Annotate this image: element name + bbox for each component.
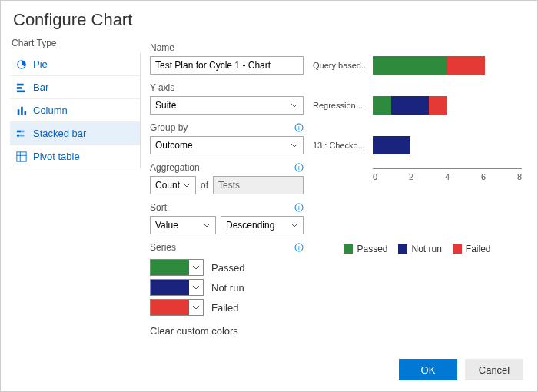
svg-text:i: i bbox=[298, 244, 300, 251]
pivot-table-icon bbox=[16, 151, 27, 162]
series-color-picker[interactable] bbox=[150, 299, 204, 316]
chart-legend: PassedNot runFailed bbox=[313, 244, 522, 254]
chevron-down-icon bbox=[189, 260, 203, 275]
chart-type-list: Pie Bar Column Stacked bar bbox=[10, 53, 141, 168]
sort-direction-value: Descending bbox=[226, 220, 274, 231]
info-icon[interactable]: i bbox=[294, 123, 304, 132]
chart-type-column[interactable]: Column bbox=[10, 99, 140, 122]
chart-type-bar[interactable]: Bar bbox=[10, 76, 140, 99]
info-icon[interactable]: i bbox=[294, 163, 304, 172]
ok-button[interactable]: OK bbox=[399, 359, 457, 380]
aggregation-target: Tests bbox=[213, 176, 304, 194]
yaxis-select[interactable]: Suite bbox=[150, 96, 304, 115]
clear-custom-colors-link[interactable]: Clear custom colors bbox=[150, 325, 304, 337]
chevron-down-icon bbox=[183, 181, 191, 189]
legend-item: Not run bbox=[398, 244, 441, 254]
stacked-bar-icon bbox=[16, 128, 27, 139]
yaxis-label: Y-axis bbox=[150, 82, 304, 93]
svg-rect-4 bbox=[18, 109, 20, 115]
series-label: Series bbox=[150, 242, 176, 253]
axis-tick: 8 bbox=[517, 172, 522, 181]
color-swatch bbox=[151, 260, 189, 275]
yaxis-value: Suite bbox=[155, 100, 176, 111]
legend-item: Passed bbox=[344, 244, 387, 254]
aggregation-select[interactable]: Count bbox=[150, 176, 196, 194]
chevron-down-icon bbox=[189, 280, 203, 295]
chart-type-pie[interactable]: Pie bbox=[10, 53, 140, 76]
svg-rect-2 bbox=[17, 87, 22, 89]
chevron-down-icon bbox=[291, 101, 298, 109]
chart-type-label-text: Column bbox=[33, 105, 68, 116]
chart-bar-row: Regression ... bbox=[313, 85, 522, 125]
chevron-down-icon bbox=[189, 300, 203, 315]
legend-swatch bbox=[344, 244, 353, 254]
sort-column-select[interactable]: Value bbox=[150, 216, 216, 234]
series-row: Failed bbox=[150, 299, 304, 316]
legend-label: Not run bbox=[411, 244, 441, 254]
svg-text:i: i bbox=[298, 204, 300, 211]
x-axis: 02468 bbox=[373, 168, 522, 214]
svg-rect-6 bbox=[25, 111, 27, 114]
cancel-button[interactable]: Cancel bbox=[465, 359, 523, 380]
axis-tick: 6 bbox=[481, 172, 486, 181]
sort-direction-select[interactable]: Descending bbox=[221, 216, 304, 234]
name-label: Name bbox=[150, 42, 304, 53]
svg-rect-5 bbox=[21, 106, 23, 115]
color-swatch bbox=[151, 280, 189, 295]
chart-type-stacked-bar[interactable]: Stacked bar bbox=[10, 122, 140, 145]
svg-rect-11 bbox=[17, 151, 26, 161]
bar-segment bbox=[373, 136, 410, 154]
legend-label: Passed bbox=[357, 244, 387, 254]
series-color-picker[interactable] bbox=[150, 259, 204, 276]
sort-column-value: Value bbox=[155, 220, 178, 231]
series-row: Not run bbox=[150, 279, 304, 296]
chart-bar-row: 13 : Checko... bbox=[313, 125, 522, 165]
axis-tick: 4 bbox=[445, 172, 450, 181]
sort-label: Sort bbox=[150, 202, 167, 213]
groupby-select[interactable]: Outcome bbox=[150, 136, 304, 154]
bar-segment bbox=[429, 96, 447, 115]
info-icon[interactable]: i bbox=[294, 243, 304, 252]
legend-swatch bbox=[398, 244, 407, 254]
color-swatch bbox=[151, 300, 189, 315]
aggregation-value: Count bbox=[155, 180, 180, 191]
chevron-down-icon bbox=[291, 221, 298, 229]
svg-text:i: i bbox=[298, 164, 300, 171]
chevron-down-icon bbox=[203, 221, 211, 229]
info-icon[interactable]: i bbox=[294, 203, 304, 212]
series-row: Passed bbox=[150, 259, 304, 276]
legend-label: Failed bbox=[466, 244, 491, 254]
category-label: 13 : Checko... bbox=[313, 141, 373, 150]
svg-rect-9 bbox=[17, 134, 20, 136]
chart-type-label-text: Pie bbox=[33, 58, 48, 70]
chart-type-pivot-table[interactable]: Pivot table bbox=[10, 145, 140, 168]
of-label: of bbox=[201, 180, 208, 191]
legend-item: Failed bbox=[453, 244, 491, 254]
bar-segment bbox=[373, 56, 447, 75]
chart-preview: Query based...Regression ...13 : Checko.… bbox=[313, 38, 528, 337]
chart-type-label-text: Bar bbox=[33, 81, 48, 93]
chart-type-label-text: Stacked bar bbox=[33, 128, 86, 139]
dialog-title: Configure Chart bbox=[1, 1, 537, 38]
category-label: Query based... bbox=[313, 61, 373, 70]
svg-rect-7 bbox=[17, 130, 21, 132]
chart-type-panel: Chart Type Pie Bar Column bbox=[10, 38, 141, 337]
series-name: Passed bbox=[211, 262, 244, 274]
name-input[interactable] bbox=[150, 56, 304, 75]
svg-rect-1 bbox=[17, 83, 24, 85]
bar-segment bbox=[373, 96, 391, 115]
bar-segment bbox=[391, 96, 429, 115]
chart-type-label-text: Pivot table bbox=[33, 151, 80, 162]
legend-swatch bbox=[453, 244, 462, 254]
svg-rect-3 bbox=[17, 90, 25, 92]
groupby-label: Group by bbox=[150, 122, 188, 133]
series-color-picker[interactable] bbox=[150, 279, 204, 296]
bar-segment bbox=[447, 56, 485, 75]
axis-tick: 2 bbox=[409, 172, 413, 181]
config-form: Name Y-axis Suite Group by i Outcome Agg… bbox=[150, 38, 304, 337]
chart-type-label: Chart Type bbox=[10, 38, 141, 48]
chart-bar-row: Query based... bbox=[313, 45, 522, 85]
groupby-value: Outcome bbox=[155, 140, 193, 151]
series-name: Not run bbox=[211, 282, 244, 294]
bar-icon bbox=[16, 82, 27, 93]
